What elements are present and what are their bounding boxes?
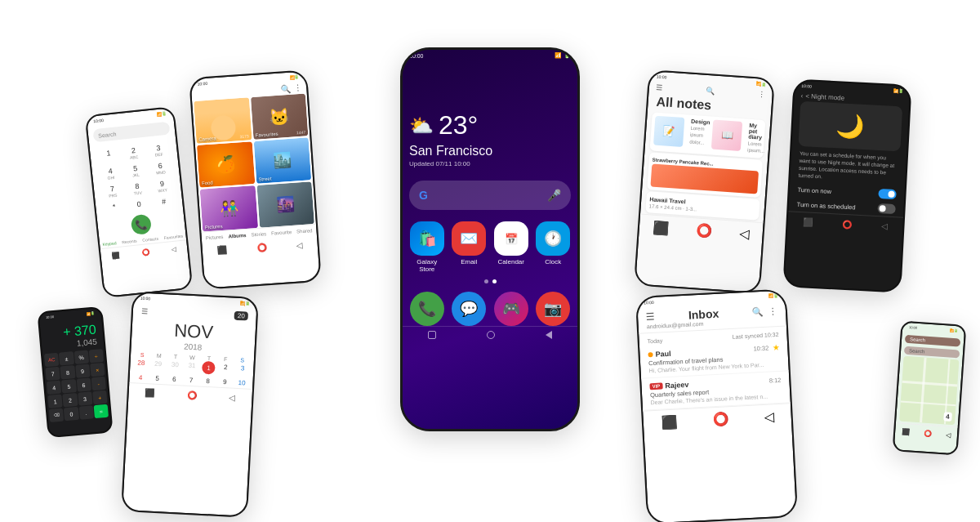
note-card-2[interactable]: Strawberry Pancake Rec... xyxy=(647,152,763,198)
key-8[interactable]: 8TUV xyxy=(125,180,150,199)
nav-hm[interactable]: ⭕ xyxy=(696,223,713,239)
tab-stories[interactable]: Stories xyxy=(251,231,266,237)
tab-favorites[interactable]: Favourites xyxy=(164,234,184,240)
gallery-thumb-camera[interactable]: Camera 3173 xyxy=(194,97,252,144)
key-1[interactable]: 1 xyxy=(96,146,122,165)
calc-multiply[interactable]: × xyxy=(90,363,105,377)
clock-icon[interactable]: 🕐 Clock xyxy=(536,221,570,273)
nav-back-btn[interactable]: ◁ xyxy=(171,246,176,254)
tab-shared[interactable]: Shared xyxy=(296,228,313,234)
game-launcher-icon[interactable]: 🎮 xyxy=(494,292,528,326)
nav-hm[interactable]: ⭕ xyxy=(187,390,198,400)
key-7[interactable]: 7PRS xyxy=(100,182,125,201)
call-button[interactable]: 📞 xyxy=(131,214,152,235)
inbox-search-icon[interactable]: 🔍 xyxy=(752,306,764,317)
nav-home[interactable] xyxy=(487,331,495,339)
gallery-thumb-more[interactable]: 🌆 xyxy=(256,181,314,228)
key-5[interactable]: 5JKL xyxy=(123,162,149,181)
email-icon[interactable]: ✉️ Email xyxy=(452,221,486,273)
key-3[interactable]: 3DEF xyxy=(146,141,172,160)
calc-6[interactable]: 6 xyxy=(76,377,91,391)
calc-8[interactable]: 8 xyxy=(60,365,76,379)
calendar-icon[interactable]: 📅 Calendar xyxy=(494,221,528,273)
nav-rec[interactable]: ⬛ xyxy=(217,246,228,256)
hamburger-icon[interactable]: ☰ xyxy=(141,306,149,315)
key-0[interactable]: 0 xyxy=(127,198,151,212)
calc-plus[interactable]: + xyxy=(92,390,108,404)
calc-9[interactable]: 9 xyxy=(75,364,91,377)
nav-back[interactable] xyxy=(546,331,552,339)
calc-sign[interactable]: ± xyxy=(59,351,74,365)
calc-divide[interactable]: ÷ xyxy=(88,349,104,363)
calc-minus[interactable]: - xyxy=(91,377,106,390)
calc-del[interactable]: ⌫ xyxy=(49,408,65,422)
nav-bk[interactable]: ◁ xyxy=(881,222,889,231)
toggle-on-switch[interactable] xyxy=(878,189,897,199)
mic-icon[interactable]: 🎤 xyxy=(547,189,561,202)
nav-rec[interactable]: ⬛ xyxy=(902,428,911,436)
weather-city: San Francisco xyxy=(409,144,577,158)
toggle-scheduled-switch[interactable] xyxy=(877,203,896,214)
calc-equal[interactable]: = xyxy=(93,404,109,418)
calc-pct[interactable]: % xyxy=(74,350,89,364)
gallery-thumb-food[interactable]: 🍊 Food xyxy=(197,141,255,188)
calc-7[interactable]: 7 xyxy=(45,367,60,381)
clock-label: Clock xyxy=(545,258,561,265)
nav-hm[interactable]: ⭕ xyxy=(842,220,853,230)
nav-bk[interactable]: ◁ xyxy=(296,240,303,250)
tab-favourite[interactable]: Favourite xyxy=(271,230,292,236)
calc-2[interactable]: 2 xyxy=(63,393,78,407)
messages-icon[interactable]: 💬 xyxy=(452,292,486,326)
tab-recents[interactable]: Recents xyxy=(122,239,137,245)
nav-recent-btn[interactable]: ⬛ xyxy=(112,252,121,260)
calc-4[interactable]: 4 xyxy=(47,381,62,395)
calc-clear[interactable]: AC xyxy=(44,353,60,367)
nav-home-btn[interactable]: ⭕ xyxy=(141,248,150,257)
calc-5[interactable]: 5 xyxy=(61,379,77,393)
nav-rec[interactable]: ⬛ xyxy=(145,388,155,398)
nav-recent[interactable] xyxy=(428,331,436,339)
key-hash[interactable]: # xyxy=(152,194,176,208)
key-6[interactable]: 6MNO xyxy=(148,159,173,178)
notes-more[interactable]: ⋮ xyxy=(758,90,766,99)
tab-contacts[interactable]: Contacts xyxy=(142,236,158,243)
nav-rec[interactable]: ⬛ xyxy=(802,218,813,228)
galaxy-store-icon[interactable]: 🛍️ GalaxyStore xyxy=(410,221,444,273)
inbox-hamburger-icon[interactable]: ☰ xyxy=(646,311,656,323)
phone-notes: 10:00 📶🔋 ☰ 🔍 ⋮ All notes 📝 Design Lorem … xyxy=(634,69,775,294)
nav-bk[interactable]: ◁ xyxy=(229,393,236,402)
nav-bk[interactable]: ◁ xyxy=(739,225,750,242)
search-bar[interactable]: G 🎤 xyxy=(409,181,571,210)
phone-call-icon[interactable]: 📞 xyxy=(410,292,444,326)
key-9[interactable]: 9WXY xyxy=(149,176,175,195)
nav-rec[interactable]: ⬛ xyxy=(653,220,670,236)
calc-1[interactable]: 1 xyxy=(47,395,63,408)
calc-dot[interactable]: . xyxy=(78,405,94,419)
star-1[interactable]: ★ xyxy=(772,343,780,352)
gallery-thumb-street[interactable]: 🏙️ Street xyxy=(253,137,311,184)
calc-0[interactable]: 0 xyxy=(64,407,79,421)
inbox-more-icon[interactable]: ⋮ xyxy=(768,305,778,316)
nav-hm[interactable]: ⭕ xyxy=(924,430,933,438)
note-card-1[interactable]: 📝 Design Lorem ipsum dolor... 📖 My pet d… xyxy=(650,112,766,158)
key-4[interactable]: 4GHI xyxy=(98,164,123,183)
gallery-thumb-favourites[interactable]: 🐱 Favourites 1447 xyxy=(250,93,308,140)
nav-hm[interactable]: ⭕ xyxy=(712,411,729,427)
key-2[interactable]: 2ABC xyxy=(121,144,146,163)
notes-hamburger[interactable]: ☰ xyxy=(656,83,663,92)
camera-icon[interactable]: 📷 xyxy=(536,292,570,326)
calc-3[interactable]: 3 xyxy=(78,391,93,405)
tab-albums[interactable]: Albums xyxy=(228,233,246,239)
nav-rec[interactable]: ⬛ xyxy=(661,414,678,431)
gallery-more-icon[interactable]: ⋮ xyxy=(293,83,302,93)
key-star[interactable]: * xyxy=(102,200,127,214)
notes-search[interactable]: 🔍 xyxy=(706,87,715,96)
nav-bk[interactable]: ◁ xyxy=(764,408,774,425)
gallery-search-icon[interactable]: 🔍 xyxy=(280,84,291,94)
maps-search-bar[interactable]: Search xyxy=(905,335,961,347)
gallery-thumb-people[interactable]: 👫 Pictures xyxy=(200,185,258,232)
nav-hm[interactable]: ⭕ xyxy=(256,243,267,252)
nav-bk[interactable]: ◁ xyxy=(945,431,951,439)
tab-pictures[interactable]: Pictures xyxy=(206,234,224,240)
tab-keypad[interactable]: Keypad xyxy=(102,240,117,247)
